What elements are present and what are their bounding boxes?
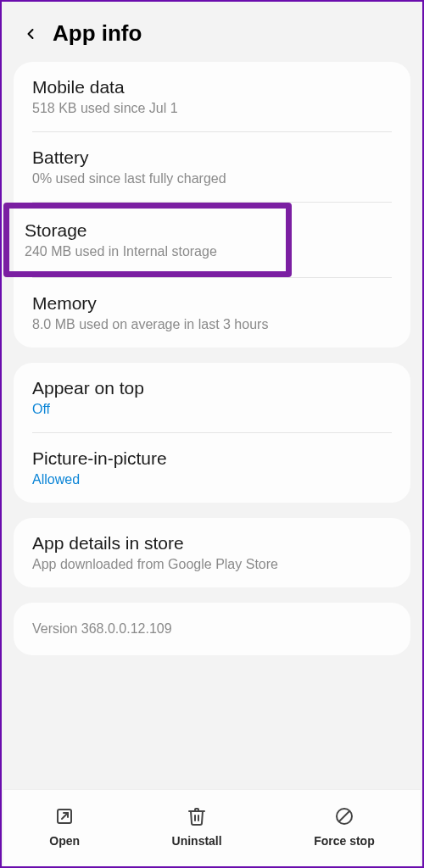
store-card: App details in store App downloaded from…: [14, 518, 410, 587]
battery-sub: 0% used since last fully charged: [32, 171, 392, 186]
storage-item[interactable]: Storage 240 MB used in Internal storage: [3, 203, 292, 277]
open-icon: [53, 805, 75, 827]
appear-on-top-item[interactable]: Appear on top Off: [14, 363, 410, 432]
open-label: Open: [49, 834, 80, 848]
version-card: Version 368.0.0.12.109: [14, 603, 410, 655]
back-icon[interactable]: [22, 25, 39, 42]
uninstall-label: Uninstall: [172, 834, 222, 848]
mobile-data-sub: 518 KB used since Jul 1: [32, 101, 392, 116]
memory-title: Memory: [32, 293, 392, 314]
pip-status: Allowed: [32, 472, 392, 487]
app-details-item[interactable]: App details in store App downloaded from…: [14, 518, 410, 587]
storage-sub: 240 MB used in Internal storage: [25, 244, 271, 259]
svg-line-1: [62, 813, 68, 819]
trash-icon: [186, 805, 208, 827]
svg-line-5: [339, 811, 349, 821]
mobile-data-item[interactable]: Mobile data 518 KB used since Jul 1: [14, 62, 410, 131]
page-title: App info: [53, 20, 142, 47]
mobile-data-title: Mobile data: [32, 77, 392, 97]
open-button[interactable]: Open: [49, 805, 80, 848]
display-card: Appear on top Off Picture-in-picture All…: [14, 363, 410, 503]
appear-status: Off: [32, 402, 392, 417]
bottom-action-bar: Open Uninstall Force stop: [3, 789, 421, 866]
battery-title: Battery: [32, 147, 392, 168]
header-bar: App info: [2, 2, 422, 62]
memory-item[interactable]: Memory 8.0 MB used on average in last 3 …: [14, 278, 410, 348]
uninstall-button[interactable]: Uninstall: [172, 805, 222, 848]
version-text: Version 368.0.0.12.109: [32, 621, 392, 637]
force-stop-button[interactable]: Force stop: [314, 805, 375, 848]
appear-title: Appear on top: [32, 378, 392, 398]
battery-item[interactable]: Battery 0% used since last fully charged: [14, 132, 410, 202]
usage-card: Mobile data 518 KB used since Jul 1 Batt…: [14, 62, 410, 348]
memory-sub: 8.0 MB used on average in last 3 hours: [32, 317, 392, 332]
pip-title: Picture-in-picture: [32, 448, 392, 469]
force-stop-label: Force stop: [314, 834, 375, 848]
details-sub: App downloaded from Google Play Store: [32, 557, 392, 572]
pip-item[interactable]: Picture-in-picture Allowed: [14, 433, 410, 503]
details-title: App details in store: [32, 533, 392, 554]
storage-title: Storage: [25, 220, 271, 241]
prohibit-icon: [333, 805, 355, 827]
